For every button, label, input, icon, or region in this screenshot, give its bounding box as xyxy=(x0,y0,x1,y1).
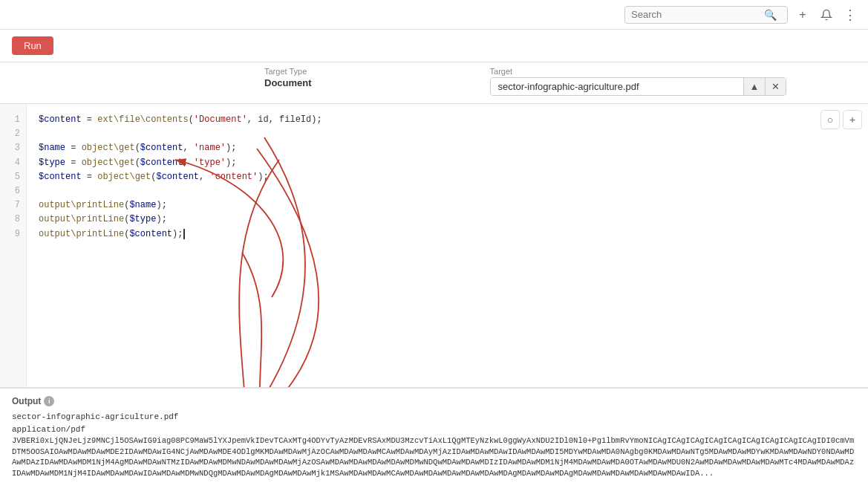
target-input[interactable] xyxy=(491,78,743,95)
output-label: Output xyxy=(12,396,41,406)
code-line-8: output\printLine($type); xyxy=(39,212,856,227)
target-type-label: Target Type xyxy=(264,67,312,76)
line-num-8: 8 xyxy=(0,212,26,227)
target-input-group: ▲ ✕ xyxy=(490,77,787,96)
target-type-value: Document xyxy=(264,77,312,88)
code-line-3: $name = object\get($content, 'name'); xyxy=(39,141,856,155)
bell-icon[interactable] xyxy=(818,6,835,24)
line-num-3: 3 xyxy=(0,141,26,155)
code-line-2 xyxy=(39,127,856,141)
code-editor: 1 2 3 4 5 6 7 8 9 $content = ext\file\co… xyxy=(0,104,868,388)
top-bar: 🔍 + ⋮ xyxy=(0,0,868,30)
code-line-5: $content = object\get($content, 'content… xyxy=(39,170,856,184)
output-line-3: JVBERi0xLjQNJeLjz9MNCjl5OSAwIG9iag08PC9M… xyxy=(12,435,856,479)
target-type-section: Target Type Document xyxy=(264,67,312,88)
output-text: sector-infographic-agriculture.pdf appli… xyxy=(12,411,856,479)
add-icon[interactable]: + xyxy=(794,6,812,24)
output-header: Output i xyxy=(12,396,856,406)
more-icon[interactable]: ⋮ xyxy=(841,6,859,24)
code-line-4: $type = object\get($content, 'type'); xyxy=(39,156,856,170)
code-line-1: $content = ext\file\contents('Document',… xyxy=(39,113,856,127)
target-section: Target ▲ ✕ xyxy=(490,67,787,96)
search-icon: 🔍 xyxy=(764,9,777,21)
code-line-6 xyxy=(39,184,856,198)
main-area: 1 2 3 4 5 6 7 8 9 $content = ext\file\co… xyxy=(0,104,868,503)
code-line-9: output\printLine($content); xyxy=(39,227,856,241)
target-row: Target Type Document Target ▲ ✕ xyxy=(0,62,868,104)
target-label: Target xyxy=(490,67,787,76)
output-line-1: sector-infographic-agriculture.pdf xyxy=(12,411,856,424)
output-panel: Output i sector-infographic-agriculture.… xyxy=(0,388,868,503)
output-line-2: application/pdf xyxy=(12,424,856,436)
editor-circle-button[interactable]: ○ xyxy=(820,110,840,129)
line-num-1: 1 xyxy=(0,113,26,127)
line-num-2: 2 xyxy=(0,127,26,141)
code-content[interactable]: $content = ext\file\contents('Document',… xyxy=(27,104,868,387)
line-num-6: 6 xyxy=(0,184,26,198)
code-line-7: output\printLine($name); xyxy=(39,198,856,212)
search-box[interactable]: 🔍 xyxy=(624,6,788,24)
line-num-4: 4 xyxy=(0,156,26,170)
toolbar: Run xyxy=(0,30,868,62)
run-button[interactable]: Run xyxy=(12,36,53,55)
target-close-button[interactable]: ✕ xyxy=(765,78,786,95)
line-num-7: 7 xyxy=(0,198,26,212)
line-numbers: 1 2 3 4 5 6 7 8 9 xyxy=(0,104,27,387)
output-info-icon: i xyxy=(44,396,54,406)
search-input[interactable] xyxy=(631,9,761,20)
line-num-9: 9 xyxy=(0,227,26,241)
editor-add-button[interactable]: + xyxy=(843,110,862,129)
line-num-5: 5 xyxy=(0,170,26,184)
target-up-button[interactable]: ▲ xyxy=(743,78,766,95)
editor-actions: ○ + xyxy=(820,110,862,129)
